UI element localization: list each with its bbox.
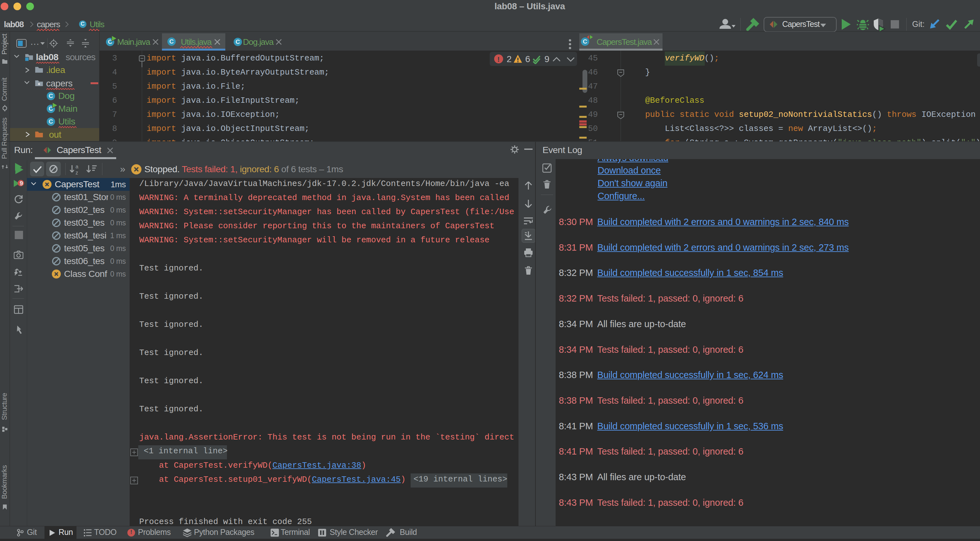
svg-text:a: a (76, 164, 78, 169)
svg-text:z: z (76, 170, 78, 175)
svg-text:9: 9 (20, 180, 23, 187)
